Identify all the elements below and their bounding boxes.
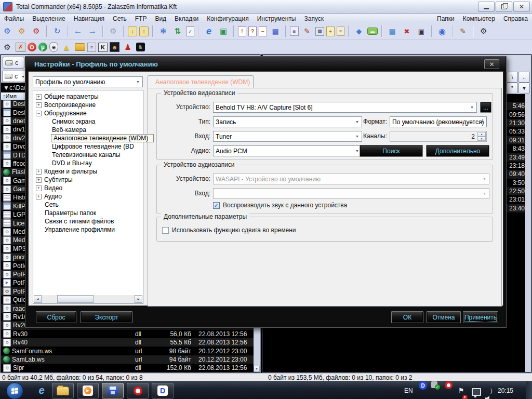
- history-dropdown-button[interactable]: ▼: [518, 83, 530, 94]
- search-button[interactable]: Поиск: [360, 145, 423, 157]
- toolbar-separator[interactable]: [431, 25, 432, 37]
- film-gear-icon[interactable]: ⚙: [1, 42, 14, 53]
- scrollbar-thumb[interactable]: [57, 295, 94, 303]
- tree-item[interactable]: Субтитры: [34, 176, 143, 184]
- red-figure-icon[interactable]: ♟: [122, 42, 134, 53]
- spin-down-icon[interactable]: ▼: [477, 137, 486, 141]
- taskbar-clock[interactable]: 20:15: [498, 381, 513, 399]
- advanced-button[interactable]: Дополнительно: [426, 145, 489, 157]
- file-row[interactable]: Sipr dll 152,0 Кб 22.08.2013 12:56: [1, 364, 254, 372]
- tree-item[interactable]: Аудио: [34, 192, 143, 201]
- toolbar-separator[interactable]: [102, 25, 103, 37]
- doc-properties-icon[interactable]: −: [259, 26, 267, 36]
- menu-item[interactable]: Выделение: [28, 15, 70, 22]
- gears-disabled-icon[interactable]: ⚙: [107, 25, 119, 37]
- file-row[interactable]: SamLab.ws url 94 байт 20.12.2012 23:00: [1, 355, 254, 364]
- device-more-button[interactable]: ...: [480, 102, 491, 113]
- audio-select[interactable]: Audio PCM: [213, 145, 362, 156]
- tree-item[interactable]: Связи с типами файлов: [34, 217, 143, 225]
- taskbar-ie-button[interactable]: e: [31, 383, 52, 397]
- doc-search-icon[interactable]: ?: [248, 26, 257, 36]
- tree-item[interactable]: Параметры папок: [34, 209, 143, 217]
- menu-item[interactable]: Инструменты: [253, 15, 300, 22]
- clipboard-icon[interactable]: ✓: [186, 26, 194, 36]
- image-viewer-icon[interactable]: ▦: [386, 25, 398, 37]
- taskbar-explorer-button[interactable]: [52, 383, 74, 398]
- channels-stepper[interactable]: 2 ▲▼: [390, 131, 487, 142]
- tree-item[interactable]: Снимок экрана: [34, 117, 143, 126]
- menu-item[interactable]: Папки: [433, 15, 459, 22]
- pc-info-icon[interactable]: ≡: [87, 43, 96, 52]
- taskbar-opera-button[interactable]: [127, 383, 149, 398]
- play-sound-checkbox-row[interactable]: Воспроизводить звук с данного устройства: [213, 202, 347, 209]
- tree-horizontal-scrollbar[interactable]: ◂ ▸: [34, 295, 142, 303]
- toolbar-separator[interactable]: [285, 25, 286, 37]
- menu-item[interactable]: Сеть: [109, 15, 131, 22]
- tree-item[interactable]: Сеть: [34, 201, 143, 209]
- toolbar-separator[interactable]: [67, 25, 68, 37]
- pen-tool-icon[interactable]: ✎: [457, 25, 469, 37]
- dialog-titlebar[interactable]: Настройки - Профиль по умолчанию: [26, 57, 506, 71]
- scroll-right-icon[interactable]: ▸: [135, 295, 142, 303]
- options-gear-red-icon[interactable]: ⚙: [30, 25, 43, 37]
- refresh-icon[interactable]: ↻: [51, 25, 63, 37]
- options-gear-orange-icon[interactable]: ⚙: [16, 25, 28, 37]
- scroll-down-icon[interactable]: ▼: [254, 366, 260, 372]
- profile-select[interactable]: Профиль по умолчанию: [33, 76, 143, 87]
- menu-item[interactable]: FTP: [131, 15, 151, 22]
- cancel-button[interactable]: Отмена: [427, 311, 461, 323]
- spin-up-icon[interactable]: ▲: [477, 132, 486, 137]
- search-pc-icon[interactable]: ▣: [415, 25, 428, 37]
- dialog-close-button[interactable]: ✕: [484, 59, 499, 69]
- language-indicator[interactable]: EN: [404, 381, 413, 399]
- checkbox-checked-icon[interactable]: [213, 202, 220, 209]
- game-app-icon[interactable]: ☻: [110, 42, 119, 52]
- toolbar-separator[interactable]: [233, 25, 234, 37]
- minimize-button[interactable]: [478, 2, 495, 12]
- drive-combo[interactable]: c ▼: [2, 71, 27, 82]
- taskbar-total-commander-button[interactable]: [102, 383, 124, 398]
- unpack-files-icon[interactable]: ↑: [139, 26, 149, 36]
- taskbar-potplayer-button[interactable]: D: [152, 383, 174, 398]
- tree-item[interactable]: Общие параметры: [34, 92, 143, 101]
- menu-item[interactable]: Файлы: [0, 15, 28, 22]
- cd-burner-icon[interactable]: ◉: [436, 25, 448, 37]
- green-drive-icon[interactable]: ▬: [367, 28, 378, 35]
- tree-item[interactable]: Телевизионные каналы: [34, 151, 143, 159]
- menu-item[interactable]: Вкладки: [170, 15, 203, 22]
- tab-analog-tv[interactable]: Аналоговое телевидение (WDM): [148, 75, 254, 88]
- menu-item[interactable]: Конфигурация: [203, 15, 253, 22]
- film-gear-icon[interactable]: ⚙: [477, 25, 490, 37]
- tray-opera-icon[interactable]: [445, 381, 453, 389]
- drive-c-button[interactable]: c: [3, 57, 24, 69]
- alien-app-icon[interactable]: ◉: [49, 42, 58, 52]
- menu-item[interactable]: Вид: [151, 15, 170, 22]
- format-select[interactable]: По умолчанию (рекомендуется): [390, 116, 487, 127]
- tree-item[interactable]: Видео: [34, 184, 143, 192]
- ok-button[interactable]: ОК: [391, 311, 423, 323]
- toolbar-separator[interactable]: [46, 25, 47, 37]
- klite-codec-icon[interactable]: K: [98, 43, 108, 52]
- tray-volume-icon[interactable]: [485, 396, 489, 399]
- hands-app-icon[interactable]: ♞: [136, 43, 145, 51]
- forward-arrow-icon[interactable]: →: [86, 25, 99, 37]
- toolbar-separator[interactable]: [123, 25, 124, 37]
- utorrent-icon[interactable]: µ: [38, 43, 47, 51]
- export-button[interactable]: Экспорт: [81, 311, 132, 323]
- start-button[interactable]: [6, 382, 23, 399]
- show-desktop-button[interactable]: [526, 381, 532, 399]
- tree-item[interactable]: Оборудование: [34, 109, 143, 117]
- close-button[interactable]: ✕: [513, 2, 530, 12]
- root-dir-button[interactable]: \: [507, 72, 518, 83]
- menu-item[interactable]: Справка: [499, 15, 532, 22]
- back-arrow-icon[interactable]: ←: [72, 25, 84, 37]
- internet-explorer-icon[interactable]: e: [203, 25, 215, 37]
- video-device-select[interactable]: Behold TV H8: A/V Capture [Slot 6]: [213, 102, 477, 113]
- tray-usb-icon[interactable]: [431, 381, 437, 388]
- acdsee-icon[interactable]: ✗: [16, 43, 25, 52]
- remove-image-icon[interactable]: ✖: [401, 25, 413, 37]
- tray-action-center-icon[interactable]: ⚑: [458, 381, 464, 399]
- menu-item[interactable]: Запуск: [300, 15, 328, 22]
- toolbar-separator[interactable]: [381, 25, 382, 37]
- tree-item[interactable]: DVD и Blu-ray: [34, 159, 143, 167]
